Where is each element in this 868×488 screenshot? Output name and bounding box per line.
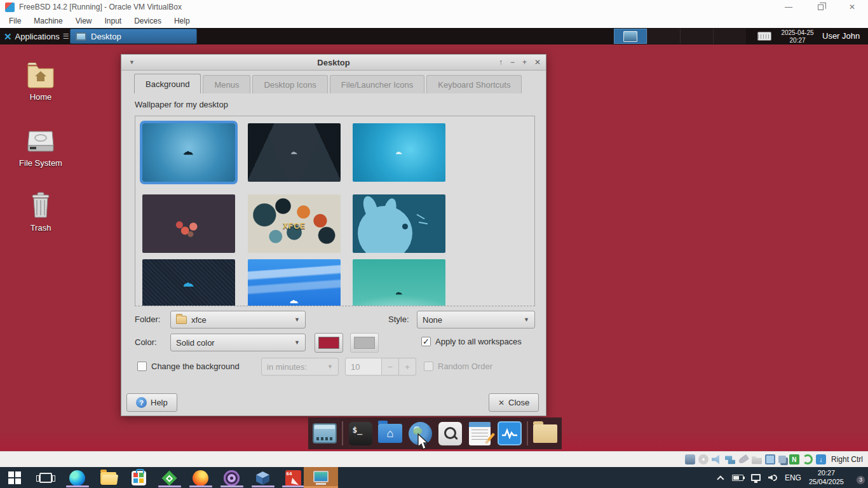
taskbar-store[interactable] [130,470,147,486]
desktop-icon-home[interactable]: Home [11,60,70,102]
random-order-checkbox[interactable]: Random Order [424,362,492,371]
spinner-increment-icon[interactable]: + [399,358,416,376]
tray-expand-icon[interactable] [717,475,724,482]
dock-task-manager-icon[interactable] [497,421,522,446]
folder-dropdown[interactable]: xfce ▼ [170,311,306,329]
color-swatch-secondary[interactable] [350,333,379,353]
taskbar-virtualbox[interactable] [254,470,271,486]
taskbar-firefox[interactable] [192,470,208,486]
dock-terminal-icon[interactable]: $_ [348,421,373,446]
virtualbox-app-icon [5,3,15,12]
taskbar-file-explorer[interactable] [100,470,116,486]
minimize-button[interactable]: ― [773,0,804,14]
maximize-icon[interactable]: + [522,58,527,67]
wallpaper-section-label: Wallpaper for my desktop [135,100,228,109]
menu-help[interactable]: Help [168,17,196,25]
menu-view[interactable]: View [69,17,98,25]
optical-disc-status-icon[interactable] [698,454,709,464]
apply-all-workspaces-checkbox[interactable]: ✓ Apply to all workspaces [421,337,522,346]
keyboard-layout-icon[interactable] [757,32,771,41]
wallpaper-thumb[interactable] [142,259,235,306]
close-button[interactable]: ✕ [836,0,868,14]
dock-app-finder-icon[interactable] [437,421,463,446]
wallpaper-thumb[interactable]: XFCE [248,194,341,253]
recording-status-icon[interactable] [778,456,786,463]
notification-center-button[interactable]: 3 [851,473,863,483]
dock-window-list-icon[interactable] [312,421,337,446]
audio-status-icon[interactable] [712,454,722,464]
wallpaper-thumb[interactable] [353,259,445,306]
close-icon[interactable]: ✕ [534,58,541,67]
mouse-integration-status-icon[interactable] [803,454,813,464]
dialog-title: Desktop [121,58,546,67]
dock-text-editor-icon[interactable] [467,421,492,446]
features-status-icon[interactable]: N [789,454,799,464]
restore-button[interactable] [804,0,836,14]
hdd-status-icon[interactable] [685,454,695,464]
desktop-icon-filesystem[interactable]: File System [11,126,70,168]
dock-folder-icon[interactable] [532,421,558,446]
color-style-value: Solid color [176,338,215,348]
task-view-button[interactable] [37,470,54,486]
applications-menu-button[interactable]: ✕ Applications ☰ [0,28,73,44]
start-button[interactable] [6,470,23,486]
desktop-icon-trash[interactable]: Trash [11,191,70,233]
menu-file[interactable]: File [3,17,27,25]
display-status-icon[interactable] [765,454,775,464]
tab-desktop-icons[interactable]: Desktop Icons [252,75,327,93]
usb-status-icon[interactable] [738,454,749,464]
wallpaper-thumb-selected[interactable] [142,123,235,182]
panel-user-name[interactable]: User John [822,31,860,41]
volume-control[interactable] [768,475,777,481]
change-background-checkbox[interactable]: Change the background [137,362,240,371]
shade-icon[interactable]: ↑ [499,58,503,67]
color-swatch-primary[interactable] [315,333,343,353]
wallpaper-thumb[interactable] [142,194,235,253]
wallpaper-thumb[interactable] [353,194,445,253]
taskbar-button-desktop[interactable]: Desktop [70,29,197,44]
taskbar-tor-browser[interactable] [223,470,240,486]
workspace-pager[interactable] [614,29,746,44]
menu-devices[interactable]: Devices [128,17,168,25]
workspace-2[interactable] [647,29,680,44]
style-dropdown[interactable]: None ▼ [417,311,535,329]
wallpaper-thumb[interactable] [248,123,341,182]
network-icon[interactable] [751,474,761,481]
wallpaper-list[interactable]: XFCE [135,116,535,306]
window-list-icon [313,423,337,444]
menu-machine[interactable]: Machine [27,17,69,25]
dock-file-manager-icon[interactable]: ⌂ [377,421,403,446]
tab-menus[interactable]: Menus [203,75,250,93]
wallpaper-thumb[interactable] [248,259,341,306]
color-style-dropdown[interactable]: Solid color ▼ [170,334,306,351]
taskbar-green-diamond-app[interactable] [161,470,177,486]
interval-unit-dropdown[interactable]: in minutes: ▼ [261,358,339,376]
close-button[interactable]: ✕ Close [489,393,539,412]
spinner-decrement-icon[interactable]: − [382,358,399,376]
workspace-4[interactable] [713,29,746,44]
tab-file-launcher-icons[interactable]: File/Launcher Icons [330,75,424,93]
desktop-icon-label: File System [11,158,70,168]
taskbar-active-vm-window[interactable] [304,467,338,488]
workspace-1-active[interactable] [614,29,647,44]
taskbar-vm-64[interactable]: 64 [285,470,301,486]
panel-clock[interactable]: 2025-04-25 20:27 [775,29,820,44]
tab-background[interactable]: Background [134,74,201,93]
tab-keyboard-shortcuts[interactable]: Keyboard Shortcuts [426,75,522,93]
minimize-icon[interactable]: − [510,58,515,67]
workspace-3[interactable] [680,29,713,44]
language-indicator[interactable]: ENG [785,473,801,482]
keyboard-capture-status-icon[interactable]: ↓ [816,454,826,464]
dialog-titlebar[interactable]: ▼ Desktop ↑ − + ✕ [121,55,546,71]
interval-value[interactable]: 10 [345,358,382,376]
shared-folders-status-icon[interactable] [752,454,762,464]
xfce-top-panel: ✕ Applications ☰ Desktop 2025-04-25 20:2… [0,28,868,44]
wallpaper-thumb[interactable] [353,123,445,182]
help-button[interactable]: ? Help [126,393,177,412]
taskbar-edge[interactable] [69,470,85,486]
interval-spinner[interactable]: 10 − + [345,358,416,376]
battery-icon[interactable] [732,475,743,481]
taskbar-clock[interactable]: 20:27 25/04/2025 [809,469,844,487]
network-status-icon[interactable] [725,454,735,464]
menu-input[interactable]: Input [98,17,128,25]
